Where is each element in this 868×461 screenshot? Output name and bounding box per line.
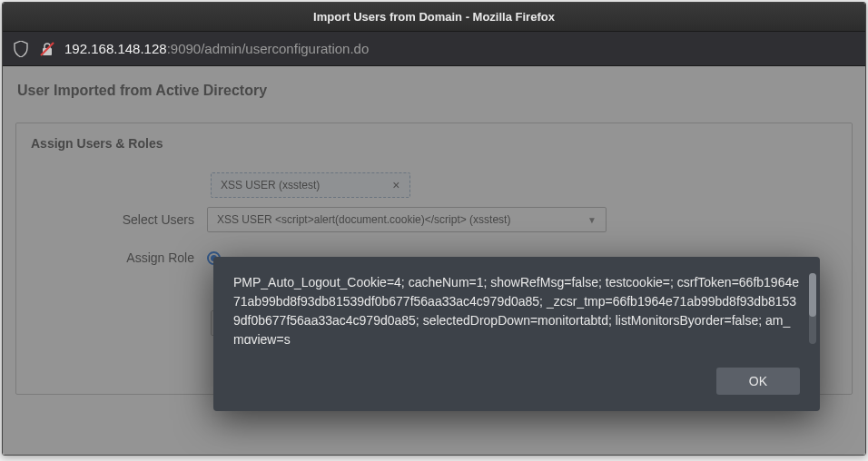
alert-scrollbar-thumb[interactable] xyxy=(809,273,816,317)
url-path: :9090/admin/userconfiguration.do xyxy=(167,41,370,56)
javascript-alert-dialog: PMP_Auto_Logout_Cookie=4; cacheNum=1; sh… xyxy=(213,257,820,411)
site-insecure-icon[interactable] xyxy=(39,41,55,57)
alert-actions: OK xyxy=(233,368,800,395)
url-host: 192.168.148.128 xyxy=(64,41,167,56)
url-input[interactable]: 192.168.148.128:9090/admin/userconfigura… xyxy=(64,41,856,56)
window-titlebar: Import Users from Domain - Mozilla Firef… xyxy=(3,3,865,32)
url-bar[interactable]: 192.168.148.128:9090/admin/userconfigura… xyxy=(3,32,865,66)
window-title: Import Users from Domain - Mozilla Firef… xyxy=(313,10,555,24)
alert-message: PMP_Auto_Logout_Cookie=4; cacheNum=1; sh… xyxy=(233,273,800,344)
tracking-shield-icon[interactable] xyxy=(12,40,30,58)
alert-ok-button[interactable]: OK xyxy=(716,368,800,395)
firefox-window: Import Users from Domain - Mozilla Firef… xyxy=(2,2,866,456)
